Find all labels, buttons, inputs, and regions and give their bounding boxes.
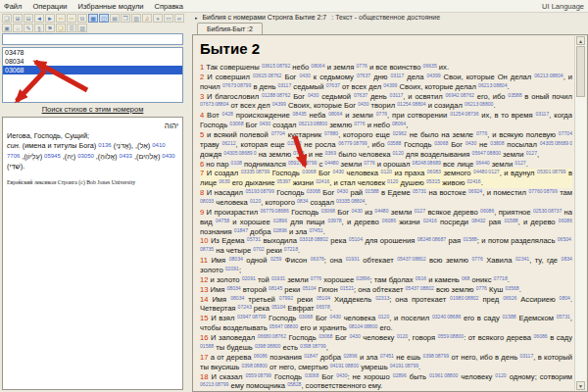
strongs-number-link[interactable]: 02962 <box>393 130 407 136</box>
strongs-number-link[interactable]: 08737 <box>547 207 562 213</box>
menu-item-2[interactable]: Операции <box>32 2 67 11</box>
strongs-list-item[interactable]: 03478 <box>3 48 182 57</box>
strongs-number-link[interactable]: 08799 <box>257 371 271 377</box>
menu-item-3[interactable]: Избранные модули <box>78 2 144 11</box>
new-window-icon[interactable]: ❏ <box>2 14 12 23</box>
strongs-number-link[interactable]: 03588 <box>387 139 401 145</box>
strongs-number-link[interactable]: 0834 <box>297 198 308 204</box>
strongs-number-input[interactable] <box>2 33 183 45</box>
strongs-number-link[interactable]: 03068 <box>434 139 448 145</box>
strongs-number-link[interactable]: 0120 <box>250 198 261 204</box>
strongs-number-link[interactable]: 03068 <box>318 333 332 339</box>
strongs-number-link[interactable]: 06213 <box>299 121 313 126</box>
strongs-number-link[interactable]: 01588 <box>200 342 214 348</box>
strongs-number-link[interactable]: 07704 <box>271 130 285 136</box>
strongs-number-link[interactable]: 08064 <box>328 111 342 117</box>
strongs-number-link[interactable]: 04399 <box>272 101 286 107</box>
strongs-number-link[interactable]: 03615 <box>262 63 275 69</box>
strongs-number-link[interactable]: 08034 <box>229 256 243 262</box>
strongs-number-link[interactable]: 01961 <box>429 371 443 377</box>
strongs-number-link[interactable]: 0398 <box>255 342 266 348</box>
folder-icon[interactable]: ❏ <box>56 24 66 32</box>
strongs-number-link[interactable]: 08432 <box>471 217 485 222</box>
strongs-number-link[interactable]: 01588 <box>464 236 477 242</box>
strongs-number-link[interactable]: 07637 <box>326 81 340 87</box>
strongs-number-link[interactable]: 05104 <box>349 236 363 242</box>
strongs-number-link[interactable]: 0776 <box>376 111 387 117</box>
strongs-number-link[interactable]: 08799 <box>260 188 274 194</box>
strongs-number-link[interactable]: 08800 <box>449 333 464 339</box>
strongs-number-link[interactable]: 03117 <box>391 72 405 77</box>
strongs-number-link[interactable]: 05104 <box>302 284 316 290</box>
strongs-number-link[interactable]: 0776 <box>476 130 487 136</box>
strongs-number-link[interactable]: 06926 <box>503 294 516 300</box>
link-icon[interactable]: ∞ <box>174 14 184 23</box>
strongs-number-link[interactable]: 06680 <box>258 333 271 339</box>
strongs-number-link[interactable]: 08800 <box>363 323 377 329</box>
strongs-number-link[interactable]: 06086 <box>254 352 268 358</box>
strongs-number-link[interactable]: 08792 <box>275 63 290 69</box>
copy-icon[interactable]: ⧉ <box>77 14 87 23</box>
menu-item-1[interactable]: Файл <box>4 2 22 11</box>
scroll-down-arrow-icon[interactable]: ▼ <box>576 381 585 390</box>
strongs-number-link[interactable]: 02091 <box>242 274 256 280</box>
strongs-number-link[interactable]: 08034 <box>226 284 240 290</box>
strongs-number-link[interactable]: 08800 <box>266 342 280 348</box>
strongs-number-link[interactable]: 02341 <box>515 256 529 262</box>
strongs-number-link[interactable]: 0430 <box>466 139 476 145</box>
strongs-number-link[interactable]: 07218 <box>284 246 298 252</box>
strongs-number-link[interactable]: 01847 <box>304 352 318 358</box>
strongs-number-link[interactable]: 0127 <box>514 159 525 165</box>
strongs-number-link[interactable]: 08687 <box>431 236 446 242</box>
strongs-number-link[interactable]: 06213 <box>478 81 492 87</box>
strongs-number-link[interactable]: 06083 <box>427 169 441 174</box>
strongs-number-link[interactable]: 03068 <box>305 371 318 377</box>
strongs-number-link[interactable]: 02416 <box>467 178 481 184</box>
strongs-number-link[interactable]: 0430 <box>337 188 348 194</box>
strongs-number-link[interactable]: 07718 <box>494 274 508 280</box>
strongs-number-link[interactable]: 08804 <box>411 101 425 107</box>
new-tab-icon[interactable]: ▭ <box>164 14 173 23</box>
strongs-number-link[interactable]: 03335 <box>241 169 255 174</box>
strongs-number-link[interactable]: 0127 <box>415 207 425 213</box>
strongs-number-link[interactable]: 0430 <box>336 371 347 377</box>
strongs-number-link[interactable]: 08736 <box>464 111 478 117</box>
strongs-number-link[interactable]: 05731 <box>413 188 426 194</box>
strongs-number-link[interactable]: 08802 <box>419 284 434 290</box>
strongs-number-link[interactable]: 01931 <box>346 256 360 262</box>
strongs-number-link[interactable]: 0259 <box>270 256 281 262</box>
strongs-number-link[interactable]: 02091 <box>225 266 239 271</box>
strongs-number-link[interactable]: 03068 <box>299 314 313 319</box>
strongs-number-link[interactable]: 06086 <box>559 217 572 222</box>
strongs-number-link[interactable]: 06924 <box>468 188 482 194</box>
strongs-number-link[interactable]: 08799 <box>236 81 251 87</box>
tile-windows-icon[interactable]: ⊞ <box>13 14 23 23</box>
strongs-number-link[interactable]: 08689 <box>237 149 252 155</box>
strongs-number-link[interactable]: 07451 <box>309 226 322 232</box>
strongs-number-link[interactable]: 03615 <box>253 72 267 77</box>
strongs-number-link[interactable]: 07673 <box>222 81 236 87</box>
scroll-up-arrow-icon[interactable]: ▲ <box>576 36 585 45</box>
strongs-number-link[interactable]: 08800 <box>486 149 501 155</box>
strongs-number-link[interactable]: 08804 <box>214 101 228 107</box>
strongs-number-link[interactable]: 02416 <box>316 178 329 184</box>
strongs-number-link[interactable]: 08689 <box>554 139 568 145</box>
vertical-scrollbar[interactable]: ▲ ▼ <box>574 36 586 390</box>
strongs-list-item[interactable]: 08034 <box>3 57 182 66</box>
strongs-number-link[interactable]: 08145 <box>269 284 282 290</box>
print-icon[interactable]: ▥ <box>131 14 141 23</box>
strongs-number-link[interactable]: 0559 <box>438 333 449 339</box>
strongs-number-link[interactable]: 07704 <box>559 130 572 136</box>
strongs-number-link[interactable]: 0428 <box>222 111 233 117</box>
strongs-number-link[interactable]: 0776 <box>476 284 487 290</box>
strongs-number-link[interactable]: 05731 <box>247 236 261 242</box>
strongs-number-link[interactable]: 01847 <box>234 226 248 232</box>
strongs-number-list[interactable]: 034780803403068 <box>2 47 183 103</box>
stop-icon[interactable]: ● <box>153 14 163 23</box>
strongs-number-link[interactable]: 0776 <box>354 121 365 126</box>
strongs-number-link[interactable]: 08800 <box>478 101 493 107</box>
strongs-number-link[interactable]: 0398 <box>300 342 311 348</box>
strongs-number-link[interactable]: 01254 <box>450 111 464 117</box>
strongs-number-link[interactable]: 02896 <box>273 217 287 222</box>
strongs-number-link[interactable]: 08799 <box>551 169 565 174</box>
